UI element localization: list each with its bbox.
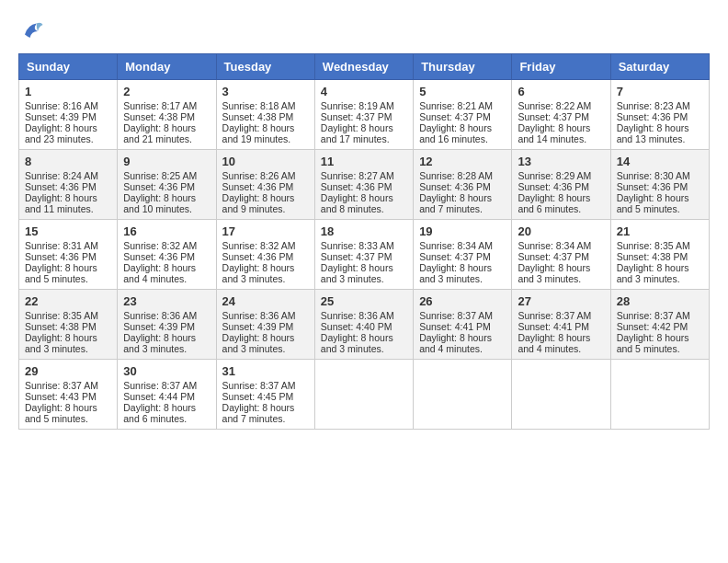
sunset-label: Sunset: 4:36 PM <box>518 181 589 192</box>
sunrise-label: Sunrise: 8:31 AM <box>25 240 98 251</box>
day-number: 19 <box>419 224 506 238</box>
day-number: 6 <box>518 85 604 98</box>
sunrise-label: Sunrise: 8:29 AM <box>518 170 591 181</box>
daylight-label: Daylight: 8 hours and 5 minutes. <box>25 262 97 284</box>
sunrise-label: Sunrise: 8:35 AM <box>25 310 98 321</box>
sunrise-label: Sunrise: 8:34 AM <box>518 240 591 251</box>
sunset-label: Sunset: 4:41 PM <box>518 321 589 332</box>
day-number: 12 <box>419 155 506 168</box>
sunset-label: Sunset: 4:36 PM <box>25 251 97 262</box>
calendar-cell: 7 Sunrise: 8:23 AM Sunset: 4:36 PM Dayli… <box>610 80 709 150</box>
daylight-label: Daylight: 8 hours and 3 minutes. <box>123 332 196 354</box>
sunrise-label: Sunrise: 8:37 AM <box>518 310 591 321</box>
sunset-label: Sunset: 4:37 PM <box>321 251 392 262</box>
sunrise-label: Sunrise: 8:17 AM <box>123 100 197 111</box>
sunset-label: Sunset: 4:38 PM <box>617 251 688 262</box>
day-number: 18 <box>321 224 407 238</box>
calendar-cell: 12 Sunrise: 8:28 AM Sunset: 4:36 PM Dayl… <box>414 150 512 220</box>
calendar-week-row: 1 Sunrise: 8:16 AM Sunset: 4:39 PM Dayli… <box>19 80 710 150</box>
sunset-label: Sunset: 4:39 PM <box>25 111 97 122</box>
calendar-cell: 15 Sunrise: 8:31 AM Sunset: 4:36 PM Dayl… <box>19 220 118 290</box>
daylight-label: Daylight: 8 hours and 5 minutes. <box>25 402 97 424</box>
sunrise-label: Sunrise: 8:26 AM <box>222 170 296 181</box>
daylight-label: Daylight: 8 hours and 21 minutes. <box>123 122 196 144</box>
day-header-friday: Friday <box>512 54 610 80</box>
sunset-label: Sunset: 4:38 PM <box>222 111 294 122</box>
sunset-label: Sunset: 4:36 PM <box>222 181 294 192</box>
daylight-label: Daylight: 8 hours and 5 minutes. <box>617 192 689 214</box>
sunset-label: Sunset: 4:39 PM <box>222 321 294 332</box>
calendar-cell: 21 Sunrise: 8:35 AM Sunset: 4:38 PM Dayl… <box>610 220 709 290</box>
sunrise-label: Sunrise: 8:37 AM <box>222 380 296 391</box>
sunset-label: Sunset: 4:36 PM <box>123 251 195 262</box>
page-header <box>18 18 710 44</box>
daylight-label: Daylight: 8 hours and 14 minutes. <box>518 122 590 144</box>
day-number: 31 <box>222 364 309 378</box>
sunrise-label: Sunrise: 8:34 AM <box>419 240 493 251</box>
day-header-monday: Monday <box>118 54 216 80</box>
calendar-cell: 22 Sunrise: 8:35 AM Sunset: 4:38 PM Dayl… <box>19 290 118 360</box>
sunset-label: Sunset: 4:36 PM <box>617 181 688 192</box>
daylight-label: Daylight: 8 hours and 8 minutes. <box>321 192 393 214</box>
day-number: 4 <box>321 85 407 98</box>
day-number: 14 <box>617 155 703 168</box>
day-number: 2 <box>123 85 210 98</box>
calendar-cell: 8 Sunrise: 8:24 AM Sunset: 4:36 PM Dayli… <box>19 150 118 220</box>
calendar-cell: 28 Sunrise: 8:37 AM Sunset: 4:42 PM Dayl… <box>610 290 709 360</box>
sunrise-label: Sunrise: 8:37 AM <box>25 380 98 391</box>
day-number: 22 <box>25 294 111 308</box>
sunrise-label: Sunrise: 8:25 AM <box>123 170 197 181</box>
daylight-label: Daylight: 8 hours and 7 minutes. <box>419 192 492 214</box>
sunset-label: Sunset: 4:44 PM <box>123 391 195 402</box>
sunrise-label: Sunrise: 8:37 AM <box>123 380 197 391</box>
daylight-label: Daylight: 8 hours and 6 minutes. <box>518 192 590 214</box>
logo <box>18 18 48 44</box>
calendar-cell: 2 Sunrise: 8:17 AM Sunset: 4:38 PM Dayli… <box>118 80 216 150</box>
day-number: 16 <box>123 224 210 238</box>
calendar-cell: 14 Sunrise: 8:30 AM Sunset: 4:36 PM Dayl… <box>610 150 709 220</box>
calendar-cell: 19 Sunrise: 8:34 AM Sunset: 4:37 PM Dayl… <box>414 220 512 290</box>
sunrise-label: Sunrise: 8:22 AM <box>518 100 591 111</box>
calendar-cell: 20 Sunrise: 8:34 AM Sunset: 4:37 PM Dayl… <box>512 220 610 290</box>
day-number: 21 <box>617 224 703 238</box>
calendar-cell <box>314 360 413 430</box>
sunset-label: Sunset: 4:37 PM <box>518 111 589 122</box>
sunrise-label: Sunrise: 8:23 AM <box>617 100 690 111</box>
day-number: 23 <box>123 294 210 308</box>
daylight-label: Daylight: 8 hours and 23 minutes. <box>25 122 97 144</box>
sunset-label: Sunset: 4:36 PM <box>222 251 294 262</box>
daylight-label: Daylight: 8 hours and 3 minutes. <box>222 332 295 354</box>
daylight-label: Daylight: 8 hours and 9 minutes. <box>222 192 295 214</box>
daylight-label: Daylight: 8 hours and 4 minutes. <box>419 332 492 354</box>
sunrise-label: Sunrise: 8:32 AM <box>123 240 197 251</box>
daylight-label: Daylight: 8 hours and 3 minutes. <box>419 262 492 284</box>
calendar-cell <box>512 360 610 430</box>
sunset-label: Sunset: 4:37 PM <box>321 111 392 122</box>
sunrise-label: Sunrise: 8:27 AM <box>321 170 394 181</box>
sunrise-label: Sunrise: 8:19 AM <box>321 100 394 111</box>
daylight-label: Daylight: 8 hours and 16 minutes. <box>419 122 492 144</box>
sunset-label: Sunset: 4:37 PM <box>518 251 589 262</box>
calendar-week-row: 8 Sunrise: 8:24 AM Sunset: 4:36 PM Dayli… <box>19 150 710 220</box>
day-number: 5 <box>419 85 506 98</box>
sunrise-label: Sunrise: 8:18 AM <box>222 100 296 111</box>
sunrise-label: Sunrise: 8:36 AM <box>222 310 296 321</box>
calendar-table: SundayMondayTuesdayWednesdayThursdayFrid… <box>18 53 710 430</box>
sunrise-label: Sunrise: 8:21 AM <box>419 100 493 111</box>
day-number: 7 <box>617 85 703 98</box>
calendar-week-row: 15 Sunrise: 8:31 AM Sunset: 4:36 PM Dayl… <box>19 220 710 290</box>
day-number: 27 <box>518 294 604 308</box>
sunset-label: Sunset: 4:36 PM <box>419 181 491 192</box>
sunrise-label: Sunrise: 8:28 AM <box>419 170 493 181</box>
day-number: 20 <box>518 224 604 238</box>
day-number: 13 <box>518 155 604 168</box>
sunset-label: Sunset: 4:41 PM <box>419 321 491 332</box>
daylight-label: Daylight: 8 hours and 3 minutes. <box>25 332 97 354</box>
day-number: 15 <box>25 224 111 238</box>
daylight-label: Daylight: 8 hours and 6 minutes. <box>123 402 196 424</box>
day-number: 11 <box>321 155 407 168</box>
calendar-cell: 18 Sunrise: 8:33 AM Sunset: 4:37 PM Dayl… <box>314 220 413 290</box>
calendar-cell: 31 Sunrise: 8:37 AM Sunset: 4:45 PM Dayl… <box>216 360 314 430</box>
day-number: 29 <box>25 364 111 378</box>
calendar-cell: 6 Sunrise: 8:22 AM Sunset: 4:37 PM Dayli… <box>512 80 610 150</box>
